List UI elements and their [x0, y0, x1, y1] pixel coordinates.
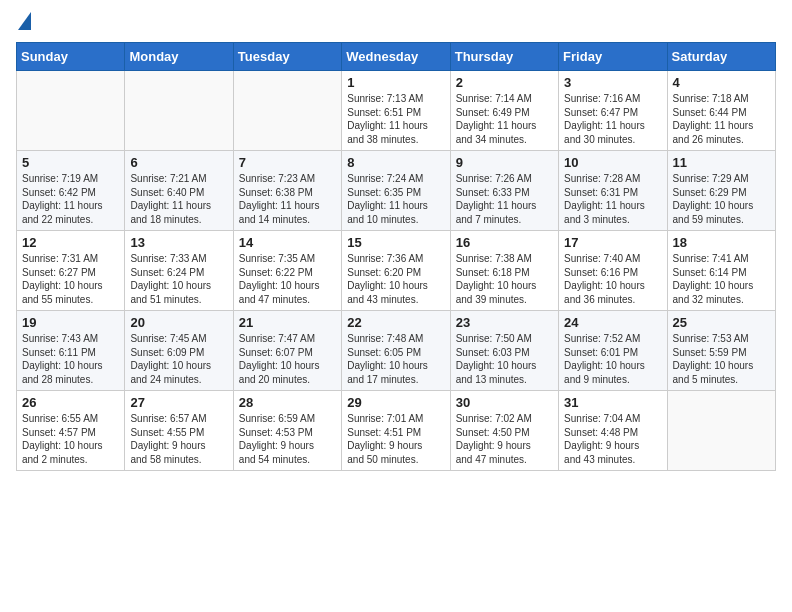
- calendar-cell: 30Sunrise: 7:02 AM Sunset: 4:50 PM Dayli…: [450, 391, 558, 471]
- day-info: Sunrise: 7:38 AM Sunset: 6:18 PM Dayligh…: [456, 252, 553, 306]
- day-info: Sunrise: 6:59 AM Sunset: 4:53 PM Dayligh…: [239, 412, 336, 466]
- day-number: 20: [130, 315, 227, 330]
- day-number: 6: [130, 155, 227, 170]
- day-info: Sunrise: 7:02 AM Sunset: 4:50 PM Dayligh…: [456, 412, 553, 466]
- day-number: 8: [347, 155, 444, 170]
- day-info: Sunrise: 7:50 AM Sunset: 6:03 PM Dayligh…: [456, 332, 553, 386]
- day-info: Sunrise: 6:55 AM Sunset: 4:57 PM Dayligh…: [22, 412, 119, 466]
- day-number: 23: [456, 315, 553, 330]
- day-number: 11: [673, 155, 770, 170]
- day-number: 22: [347, 315, 444, 330]
- day-number: 26: [22, 395, 119, 410]
- day-info: Sunrise: 7:18 AM Sunset: 6:44 PM Dayligh…: [673, 92, 770, 146]
- day-info: Sunrise: 7:31 AM Sunset: 6:27 PM Dayligh…: [22, 252, 119, 306]
- weekday-header-saturday: Saturday: [667, 43, 775, 71]
- day-number: 2: [456, 75, 553, 90]
- calendar-cell: [125, 71, 233, 151]
- day-info: Sunrise: 7:35 AM Sunset: 6:22 PM Dayligh…: [239, 252, 336, 306]
- calendar-cell: 17Sunrise: 7:40 AM Sunset: 6:16 PM Dayli…: [559, 231, 667, 311]
- calendar-cell: 9Sunrise: 7:26 AM Sunset: 6:33 PM Daylig…: [450, 151, 558, 231]
- day-number: 4: [673, 75, 770, 90]
- calendar-week-5: 26Sunrise: 6:55 AM Sunset: 4:57 PM Dayli…: [17, 391, 776, 471]
- weekday-header-thursday: Thursday: [450, 43, 558, 71]
- page-header: [16, 16, 776, 30]
- calendar-cell: 20Sunrise: 7:45 AM Sunset: 6:09 PM Dayli…: [125, 311, 233, 391]
- day-number: 3: [564, 75, 661, 90]
- day-number: 15: [347, 235, 444, 250]
- logo: [16, 16, 31, 30]
- weekday-header-wednesday: Wednesday: [342, 43, 450, 71]
- day-number: 16: [456, 235, 553, 250]
- calendar-cell: 4Sunrise: 7:18 AM Sunset: 6:44 PM Daylig…: [667, 71, 775, 151]
- day-info: Sunrise: 7:21 AM Sunset: 6:40 PM Dayligh…: [130, 172, 227, 226]
- day-info: Sunrise: 7:47 AM Sunset: 6:07 PM Dayligh…: [239, 332, 336, 386]
- day-info: Sunrise: 7:33 AM Sunset: 6:24 PM Dayligh…: [130, 252, 227, 306]
- calendar-cell: 19Sunrise: 7:43 AM Sunset: 6:11 PM Dayli…: [17, 311, 125, 391]
- day-info: Sunrise: 7:14 AM Sunset: 6:49 PM Dayligh…: [456, 92, 553, 146]
- calendar-cell: 29Sunrise: 7:01 AM Sunset: 4:51 PM Dayli…: [342, 391, 450, 471]
- calendar-cell: 1Sunrise: 7:13 AM Sunset: 6:51 PM Daylig…: [342, 71, 450, 151]
- day-info: Sunrise: 7:19 AM Sunset: 6:42 PM Dayligh…: [22, 172, 119, 226]
- day-info: Sunrise: 7:29 AM Sunset: 6:29 PM Dayligh…: [673, 172, 770, 226]
- calendar-cell: 18Sunrise: 7:41 AM Sunset: 6:14 PM Dayli…: [667, 231, 775, 311]
- calendar-cell: 6Sunrise: 7:21 AM Sunset: 6:40 PM Daylig…: [125, 151, 233, 231]
- day-number: 18: [673, 235, 770, 250]
- calendar-cell: [17, 71, 125, 151]
- calendar-week-4: 19Sunrise: 7:43 AM Sunset: 6:11 PM Dayli…: [17, 311, 776, 391]
- calendar-cell: 14Sunrise: 7:35 AM Sunset: 6:22 PM Dayli…: [233, 231, 341, 311]
- day-info: Sunrise: 7:16 AM Sunset: 6:47 PM Dayligh…: [564, 92, 661, 146]
- calendar-week-3: 12Sunrise: 7:31 AM Sunset: 6:27 PM Dayli…: [17, 231, 776, 311]
- calendar-cell: 10Sunrise: 7:28 AM Sunset: 6:31 PM Dayli…: [559, 151, 667, 231]
- calendar-week-2: 5Sunrise: 7:19 AM Sunset: 6:42 PM Daylig…: [17, 151, 776, 231]
- day-number: 10: [564, 155, 661, 170]
- day-info: Sunrise: 7:26 AM Sunset: 6:33 PM Dayligh…: [456, 172, 553, 226]
- day-info: Sunrise: 6:57 AM Sunset: 4:55 PM Dayligh…: [130, 412, 227, 466]
- calendar-cell: 31Sunrise: 7:04 AM Sunset: 4:48 PM Dayli…: [559, 391, 667, 471]
- weekday-header-friday: Friday: [559, 43, 667, 71]
- calendar-cell: 13Sunrise: 7:33 AM Sunset: 6:24 PM Dayli…: [125, 231, 233, 311]
- day-number: 5: [22, 155, 119, 170]
- day-info: Sunrise: 7:01 AM Sunset: 4:51 PM Dayligh…: [347, 412, 444, 466]
- day-info: Sunrise: 7:36 AM Sunset: 6:20 PM Dayligh…: [347, 252, 444, 306]
- day-number: 13: [130, 235, 227, 250]
- calendar-cell: 5Sunrise: 7:19 AM Sunset: 6:42 PM Daylig…: [17, 151, 125, 231]
- day-number: 30: [456, 395, 553, 410]
- day-number: 7: [239, 155, 336, 170]
- day-info: Sunrise: 7:52 AM Sunset: 6:01 PM Dayligh…: [564, 332, 661, 386]
- day-info: Sunrise: 7:24 AM Sunset: 6:35 PM Dayligh…: [347, 172, 444, 226]
- day-info: Sunrise: 7:28 AM Sunset: 6:31 PM Dayligh…: [564, 172, 661, 226]
- calendar-cell: 28Sunrise: 6:59 AM Sunset: 4:53 PM Dayli…: [233, 391, 341, 471]
- day-number: 27: [130, 395, 227, 410]
- day-info: Sunrise: 7:13 AM Sunset: 6:51 PM Dayligh…: [347, 92, 444, 146]
- calendar-cell: 27Sunrise: 6:57 AM Sunset: 4:55 PM Dayli…: [125, 391, 233, 471]
- day-info: Sunrise: 7:43 AM Sunset: 6:11 PM Dayligh…: [22, 332, 119, 386]
- day-info: Sunrise: 7:48 AM Sunset: 6:05 PM Dayligh…: [347, 332, 444, 386]
- calendar-cell: 26Sunrise: 6:55 AM Sunset: 4:57 PM Dayli…: [17, 391, 125, 471]
- day-number: 14: [239, 235, 336, 250]
- day-info: Sunrise: 7:23 AM Sunset: 6:38 PM Dayligh…: [239, 172, 336, 226]
- calendar-week-1: 1Sunrise: 7:13 AM Sunset: 6:51 PM Daylig…: [17, 71, 776, 151]
- day-number: 21: [239, 315, 336, 330]
- day-info: Sunrise: 7:04 AM Sunset: 4:48 PM Dayligh…: [564, 412, 661, 466]
- svg-marker-0: [18, 12, 31, 30]
- day-info: Sunrise: 7:41 AM Sunset: 6:14 PM Dayligh…: [673, 252, 770, 306]
- day-number: 29: [347, 395, 444, 410]
- calendar-cell: 3Sunrise: 7:16 AM Sunset: 6:47 PM Daylig…: [559, 71, 667, 151]
- day-info: Sunrise: 7:53 AM Sunset: 5:59 PM Dayligh…: [673, 332, 770, 386]
- logo-triangle-icon: [18, 12, 31, 30]
- calendar-cell: 21Sunrise: 7:47 AM Sunset: 6:07 PM Dayli…: [233, 311, 341, 391]
- day-number: 31: [564, 395, 661, 410]
- calendar-cell: 11Sunrise: 7:29 AM Sunset: 6:29 PM Dayli…: [667, 151, 775, 231]
- calendar-cell: 24Sunrise: 7:52 AM Sunset: 6:01 PM Dayli…: [559, 311, 667, 391]
- calendar-cell: 7Sunrise: 7:23 AM Sunset: 6:38 PM Daylig…: [233, 151, 341, 231]
- calendar-cell: 12Sunrise: 7:31 AM Sunset: 6:27 PM Dayli…: [17, 231, 125, 311]
- day-number: 28: [239, 395, 336, 410]
- day-info: Sunrise: 7:45 AM Sunset: 6:09 PM Dayligh…: [130, 332, 227, 386]
- calendar-header-row: SundayMondayTuesdayWednesdayThursdayFrid…: [17, 43, 776, 71]
- day-number: 9: [456, 155, 553, 170]
- day-info: Sunrise: 7:40 AM Sunset: 6:16 PM Dayligh…: [564, 252, 661, 306]
- calendar-cell: [667, 391, 775, 471]
- calendar-cell: 22Sunrise: 7:48 AM Sunset: 6:05 PM Dayli…: [342, 311, 450, 391]
- day-number: 19: [22, 315, 119, 330]
- day-number: 17: [564, 235, 661, 250]
